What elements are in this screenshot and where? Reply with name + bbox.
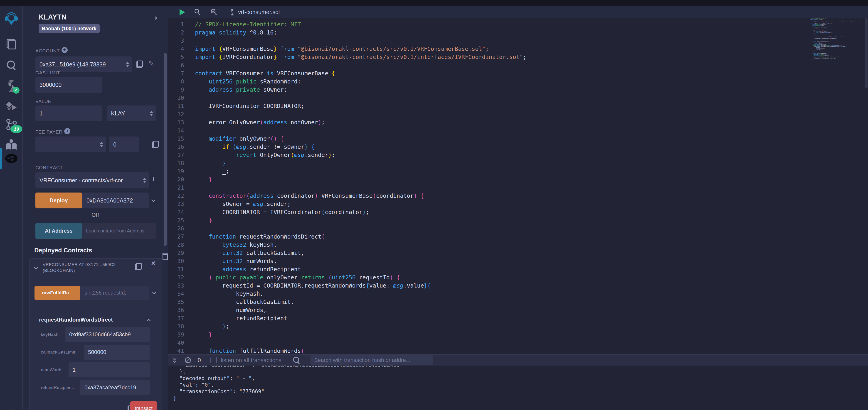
- sign-message-icon[interactable]: ✎: [148, 59, 154, 68]
- raw-fulfill-input[interactable]: uint256 requestId,: [80, 286, 149, 300]
- zoom-in-icon[interactable]: +: [211, 9, 218, 15]
- arg-input[interactable]: 500000: [84, 345, 150, 360]
- listen-transactions-label: listen on all transactions: [221, 357, 281, 364]
- arg-label: numWords:: [41, 367, 64, 372]
- function-args: keyHash:0xd9af33106d664a53cb9callbackGas…: [30, 327, 162, 410]
- select-spinner-icon: [100, 141, 103, 147]
- contract-select[interactable]: VRFConsumer - contracts/vrf-cor: [35, 172, 149, 189]
- arg-row: numWords:1: [30, 362, 162, 378]
- deploy-button[interactable]: Deploy: [35, 193, 82, 208]
- remove-instance-icon[interactable]: ×: [151, 259, 155, 267]
- compiler-success-badge: ✓: [13, 87, 20, 94]
- select-spinner-icon: [143, 177, 146, 183]
- select-spinner-icon: [150, 110, 153, 116]
- function-collapse-icon[interactable]: [146, 319, 151, 323]
- network-badge: Baobab (1001) network: [39, 24, 100, 33]
- zoom-out-icon[interactable]: −: [194, 9, 202, 15]
- gas-limit-label: GAS LIMIT: [35, 70, 60, 75]
- account-label: ACCOUNT: [35, 48, 60, 54]
- instance-title: VRFCONSUMER AT 0X171...559C2 (BLOCKCHAIN…: [43, 262, 133, 273]
- arg-label: refundRecipient:: [41, 385, 74, 390]
- ethereum-deploy-icon: [5, 102, 17, 113]
- fee-ratio-input[interactable]: 0: [109, 137, 139, 152]
- settings-gear-icon[interactable]: [0, 405, 23, 410]
- search-icon[interactable]: [0, 57, 23, 73]
- deploy-expand-icon[interactable]: [151, 198, 155, 202]
- panel-collapse-icon[interactable]: ›: [155, 13, 157, 22]
- code-editor: − + vrf-consumer.sol 1// SPDX-License-Id…: [168, 6, 868, 354]
- terminal-search-icon: [292, 356, 300, 364]
- add-account-icon[interactable]: +: [62, 47, 68, 53]
- fee-payer-label: FEE PAYER: [35, 129, 62, 135]
- headphones-pin-icon: [4, 11, 18, 25]
- value-input[interactable]: 1: [35, 105, 102, 121]
- editor-scrollbar[interactable]: [865, 18, 868, 89]
- gas-limit-input[interactable]: 3000000: [35, 77, 102, 93]
- git-count-badge: 19: [10, 126, 22, 133]
- expand-terminal-icon[interactable]: [173, 357, 177, 363]
- file-explorer-icon[interactable]: [0, 36, 23, 53]
- arg-label: keyHash:: [41, 332, 60, 337]
- value-label: VALUE: [35, 99, 51, 104]
- transact-button[interactable]: transact: [130, 401, 157, 410]
- arg-input[interactable]: 0xd9af33106d664a53cb9: [65, 327, 150, 342]
- solidity-file-icon: [229, 9, 235, 15]
- deployed-contracts-title: Deployed Contracts: [34, 247, 92, 254]
- raw-fulfill-expand-icon[interactable]: [152, 290, 156, 294]
- terminal-toolbar: 0 listen on all transactions Search with…: [168, 354, 868, 366]
- or-divider-label: OR: [23, 212, 168, 218]
- book-reader-icon: [5, 139, 18, 150]
- arg-input[interactable]: 0xa37aca2eaf7dcc19: [80, 380, 150, 395]
- klaytn-tab-icon[interactable]: [0, 150, 23, 167]
- solidity-compiler-icon[interactable]: ✓: [0, 78, 23, 94]
- copy-instance-address-icon[interactable]: [135, 263, 142, 270]
- git-plugin-icon[interactable]: 19: [0, 116, 23, 133]
- klaytn-plugin-logo-icon[interactable]: [0, 10, 23, 27]
- at-address-button[interactable]: At Address: [35, 223, 82, 239]
- run-script-icon[interactable]: [180, 9, 185, 15]
- value-unit-select[interactable]: KLAY: [107, 105, 156, 121]
- deploy-arg-input[interactable]: 0xDA8c0A00A372: [83, 193, 149, 208]
- panel-scrollbar[interactable]: [164, 53, 166, 246]
- code-text-area[interactable]: 1// SPDX-License-Identifier: MIT2pragma …: [168, 18, 868, 354]
- at-address-input[interactable]: Load contract from Address: [82, 223, 156, 239]
- arg-row: refundRecipient:0xa37aca2eaf7dcc19: [30, 380, 162, 396]
- arg-label: callbackGasLimit:: [41, 350, 76, 355]
- terminal-panel: 0 listen on all transactions Search with…: [168, 354, 868, 410]
- arg-row: keyHash:0xd9af33106d664a53cb9: [30, 327, 162, 342]
- terminal-output[interactable]: address coordinator" : "0xDA8c0A00A37290…: [173, 366, 868, 410]
- fee-payer-select[interactable]: [35, 137, 106, 152]
- klaytn-plugin-panel: KLAYTN › Baobab (1001) network ACCOUNT +…: [23, 6, 168, 410]
- pending-tx-count: 0: [198, 357, 201, 364]
- raw-fulfill-button[interactable]: rawFulfillRa...: [34, 286, 80, 300]
- editor-toolbar: − + vrf-consumer.sol: [168, 6, 868, 18]
- klaytn-k-logo-icon: [5, 152, 18, 165]
- select-spinner-icon: [126, 62, 129, 67]
- file-tab[interactable]: vrf-consumer.sol: [238, 9, 280, 15]
- contract-instance-card: VRFCONSUMER AT 0X171...559C2 (BLOCKCHAIN…: [29, 258, 162, 410]
- contract-info-icon[interactable]: i: [153, 176, 154, 182]
- copy-fee-payer-icon[interactable]: [152, 141, 159, 148]
- minimap[interactable]: // SPDX-License-Identifier: MITpragma so…: [810, 18, 864, 86]
- plugin-title: KLAYTN: [39, 13, 66, 21]
- activity-bar: ✓ 19: [0, 6, 23, 410]
- copy-account-icon[interactable]: [136, 61, 143, 68]
- listen-transactions-checkbox[interactable]: [210, 357, 217, 363]
- contract-label: CONTRACT: [35, 165, 63, 170]
- arg-input[interactable]: 1: [68, 363, 150, 377]
- code-lines: 1// SPDX-License-Identifier: MIT2pragma …: [168, 18, 868, 354]
- terminal-search-input[interactable]: Search with transaction hash or addre...: [311, 355, 433, 365]
- instance-expand-icon[interactable]: [34, 265, 38, 269]
- window-top-strip: [0, 0, 868, 6]
- function-title: requestRandomWordsDirect: [39, 316, 113, 323]
- deploy-run-icon[interactable]: [0, 99, 23, 115]
- clear-console-icon[interactable]: [185, 357, 191, 363]
- add-fee-payer-icon[interactable]: +: [64, 128, 70, 134]
- arg-row: callbackGasLimit:500000: [30, 344, 162, 360]
